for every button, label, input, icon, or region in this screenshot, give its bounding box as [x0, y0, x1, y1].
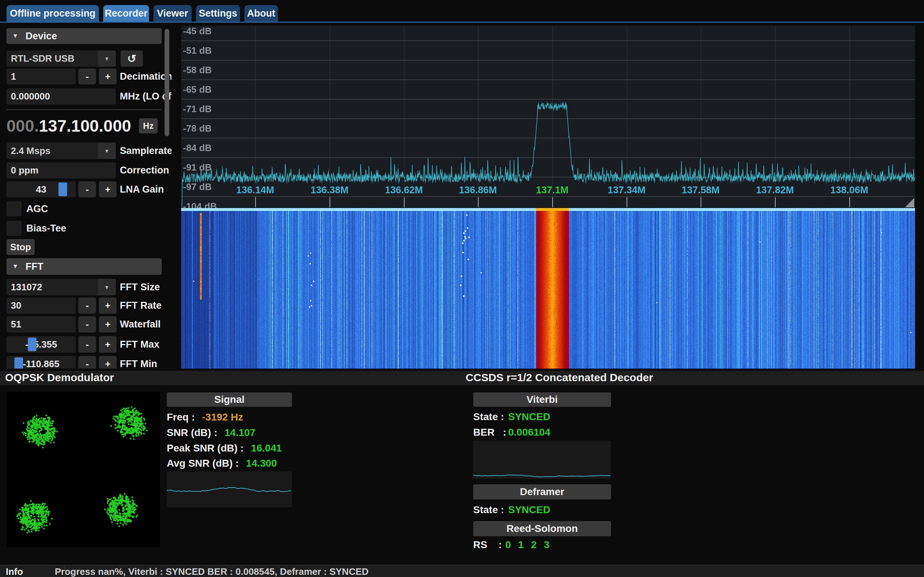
lna-gain-value: 43 — [36, 184, 47, 195]
freq-axis-label: 136.86M — [459, 185, 497, 196]
waterfall-display[interactable] — [181, 208, 915, 369]
fft-max-slider[interactable]: -45.355 — [6, 336, 76, 353]
signal-freq-value: -3192 Hz — [202, 411, 243, 423]
fft-max-slider-grab[interactable] — [28, 338, 36, 351]
status-message: Progress nan%, Viterbi : SYNCED BER : 0.… — [55, 566, 368, 577]
chevron-down-icon[interactable]: ▼ — [98, 279, 116, 295]
fft-section-header[interactable]: ▼ FFT — [6, 258, 162, 275]
signal-avg-snr-row: Avg SNR (dB) : 14.300 — [167, 458, 277, 469]
center-freq-label: 137.1M — [536, 185, 569, 196]
fft-min-label: FFT Min — [120, 356, 157, 369]
signal-panel-header: Signal — [167, 392, 292, 407]
fft-max-decrement-button[interactable]: - — [78, 336, 96, 353]
viterbi-ber-row: BER : 0.006104 — [473, 427, 551, 438]
rs-value-0: 0 — [505, 539, 511, 551]
rs-value-3: 3 — [544, 539, 550, 551]
chevron-down-icon[interactable]: ▼ — [98, 50, 116, 67]
viterbi-ber-value: 0.006104 — [508, 427, 551, 438]
fft-rate-input[interactable]: 30 — [6, 298, 76, 314]
demodulator-title: OQPSK Demodulator — [5, 371, 114, 384]
decimation-increment-button[interactable]: + — [99, 69, 116, 84]
settings-sidebar: ▼ Device RTL-SDR USB ▼ ↺ 1 - + Decimatio… — [0, 0, 171, 369]
device-source-value: RTL-SDR USB — [11, 53, 74, 64]
fft-size-value: 131072 — [11, 282, 42, 293]
rs-value-1: 1 — [518, 539, 524, 551]
freq-axis-label: 136.62M — [385, 185, 423, 196]
device-section-title: Device — [26, 31, 57, 42]
fft-min-increment-button[interactable]: + — [99, 356, 116, 369]
refresh-devices-button[interactable]: ↺ — [121, 50, 143, 67]
fft-max-label: FFT Max — [120, 336, 160, 353]
tab-about[interactable]: About — [244, 5, 278, 22]
signal-avg-snr-value: 14.300 — [246, 458, 277, 469]
frequency-unit-button[interactable]: Hz — [139, 118, 158, 134]
freq-axis-label: 137.82M — [756, 185, 794, 196]
fft-rate-decrement-button[interactable]: - — [78, 298, 96, 314]
fft-spectrum-plot[interactable] — [181, 26, 915, 208]
fft-min-decrement-button[interactable]: - — [78, 356, 96, 369]
deframer-state-value: SYNCED — [508, 504, 551, 516]
decimation-decrement-button[interactable]: - — [78, 69, 96, 84]
waterfall-increment-button[interactable]: + — [99, 316, 116, 332]
fft-spectrum-panel: -45 dB -51 dB -58 dB -65 dB -71 dB -78 d… — [181, 26, 915, 208]
decimation-value: 1 — [11, 71, 16, 82]
chevron-down-icon[interactable]: ▼ — [98, 142, 116, 159]
fft-rate-increment-button[interactable]: + — [99, 298, 116, 314]
device-source-select[interactable]: RTL-SDR USB ▼ — [6, 50, 116, 67]
db-axis-label: -45 dB — [183, 25, 212, 37]
separator — [6, 109, 162, 110]
freq-axis-label: 136.14M — [236, 185, 274, 196]
lna-gain-increment-button[interactable]: + — [99, 181, 116, 197]
fft-rate-label: FFT Rate — [120, 298, 162, 314]
fft-max-increment-button[interactable]: + — [99, 336, 116, 353]
frequency-dim-digits: 000. — [6, 116, 39, 135]
lo-offset-value: 0.000000 — [11, 91, 50, 102]
viterbi-panel-header: Viterbi — [473, 392, 611, 407]
correction-label: Correction — [120, 162, 169, 179]
bias-tee-checkbox[interactable] — [6, 221, 22, 236]
decimation-input[interactable]: 1 — [6, 69, 76, 84]
lo-offset-input[interactable]: 0.000000 — [6, 89, 116, 105]
agc-checkbox[interactable] — [6, 201, 22, 216]
stop-button[interactable]: Stop — [6, 239, 35, 255]
correction-input[interactable]: 0 ppm — [6, 162, 116, 179]
samplerate-label: Samplerate — [120, 142, 171, 159]
lo-offset-label: MHz (LO offset) — [120, 89, 171, 105]
collapse-arrow-icon: ▼ — [12, 32, 18, 40]
lna-gain-slider[interactable]: 43 — [6, 181, 76, 197]
db-axis-label: -91 dB — [183, 161, 212, 173]
fft-min-slider-grab[interactable] — [15, 357, 23, 369]
status-divider — [65, 566, 65, 577]
db-axis-label: -71 dB — [183, 103, 212, 115]
samplerate-select[interactable]: 2.4 Msps ▼ — [6, 142, 116, 159]
fft-min-value: -110.865 — [23, 358, 59, 369]
waterfall-rate-value: 51 — [11, 319, 21, 330]
collapse-arrow-icon: ▼ — [12, 263, 18, 270]
waterfall-rate-input[interactable]: 51 — [6, 316, 76, 332]
waterfall-rate-label: Waterfall — [120, 316, 161, 332]
fft-min-slider[interactable]: -110.865 — [6, 356, 76, 369]
fft-rate-value: 30 — [11, 300, 21, 311]
signal-peak-snr-row: Peak SNR (dB) : 16.041 — [167, 443, 282, 454]
status-bar: Info Progress nan%, Viterbi : SYNCED BER… — [0, 565, 924, 577]
resize-grip[interactable] — [905, 198, 914, 207]
waterfall-decrement-button[interactable]: - — [78, 316, 96, 332]
fft-size-select[interactable]: 131072 ▼ — [6, 279, 116, 295]
signal-snr-value: 14.107 — [225, 427, 255, 438]
frequency-display[interactable]: 000.137.100.000 — [6, 116, 131, 135]
tab-settings[interactable]: Settings — [196, 5, 240, 22]
signal-freq-row: Freq : -3192 Hz — [167, 411, 243, 423]
lna-gain-slider-grab[interactable] — [58, 182, 67, 196]
deframer-state-label: State : — [473, 504, 508, 516]
freq-axis-label: 136.38M — [310, 185, 348, 196]
freq-axis-label: 138.06M — [830, 185, 868, 196]
device-section-header[interactable]: ▼ Device — [6, 28, 162, 44]
lna-gain-decrement-button[interactable]: - — [78, 181, 96, 197]
bias-tee-label: Bias-Tee — [26, 221, 66, 236]
decoder-title: CCSDS r=1/2 Concatenated Decoder — [465, 371, 653, 384]
freq-axis-label: 137.58M — [682, 185, 719, 196]
sidebar-scrollbar-thumb[interactable] — [165, 29, 169, 136]
info-button[interactable]: Info — [6, 566, 23, 577]
reed-solomon-panel-header: Reed-Solomon — [473, 521, 611, 536]
constellation-plot — [6, 392, 160, 547]
